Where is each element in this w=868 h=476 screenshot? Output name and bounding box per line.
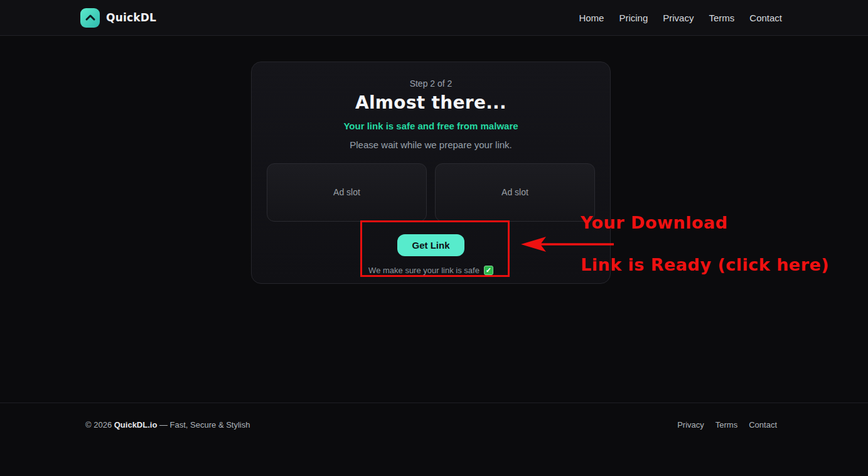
- footer-link-privacy[interactable]: Privacy: [677, 420, 704, 430]
- copyright: © 2026 QuickDL.io — Fast, Secure & Styli…: [85, 420, 250, 430]
- copyright-prefix: © 2026: [85, 420, 114, 430]
- wait-message: Please wait while we prepare your link.: [252, 139, 610, 150]
- nav-item-pricing[interactable]: Pricing: [619, 13, 648, 23]
- ad-slot-label: Ad slot: [501, 187, 528, 197]
- footer-tagline: — Fast, Secure & Stylish: [157, 420, 250, 430]
- chevron-up-icon: [80, 8, 100, 28]
- footer-link-terms[interactable]: Terms: [715, 420, 737, 430]
- footer-brand: QuickDL.io: [114, 420, 158, 430]
- footer-link-contact[interactable]: Contact: [749, 420, 777, 430]
- check-icon: ✓: [484, 266, 493, 275]
- safety-note-text: We make sure your link is safe: [368, 266, 480, 275]
- safe-message: Your link is safe and free from malware: [252, 121, 610, 131]
- ad-slot-label: Ad slot: [333, 187, 360, 197]
- download-card: Step 2 of 2 Almost there... Your link is…: [251, 62, 611, 284]
- brand-name: QuickDL: [106, 11, 156, 24]
- main-nav: Home Pricing Privacy Terms Contact: [579, 13, 782, 23]
- ad-row: Ad slot Ad slot: [252, 163, 610, 222]
- nav-item-terms[interactable]: Terms: [709, 13, 734, 23]
- ad-slot-left: Ad slot: [267, 163, 427, 222]
- annotation-text-line2: Link is Ready (click here): [581, 255, 829, 274]
- card-title: Almost there...: [252, 92, 610, 114]
- brand[interactable]: QuickDL: [80, 8, 156, 28]
- get-link-button[interactable]: Get Link: [397, 234, 464, 256]
- safety-note: We make sure your link is safe ✓: [252, 266, 610, 275]
- nav-item-privacy[interactable]: Privacy: [663, 13, 694, 23]
- nav-item-contact[interactable]: Contact: [749, 13, 782, 23]
- page: QuickDL Home Pricing Privacy Terms Conta…: [0, 0, 868, 476]
- nav-item-home[interactable]: Home: [579, 13, 604, 23]
- footer-links: Privacy Terms Contact: [677, 420, 777, 430]
- header: QuickDL Home Pricing Privacy Terms Conta…: [0, 0, 868, 36]
- ad-slot-right: Ad slot: [435, 163, 595, 222]
- footer: © 2026 QuickDL.io — Fast, Secure & Styli…: [0, 403, 868, 476]
- step-indicator: Step 2 of 2: [252, 78, 610, 89]
